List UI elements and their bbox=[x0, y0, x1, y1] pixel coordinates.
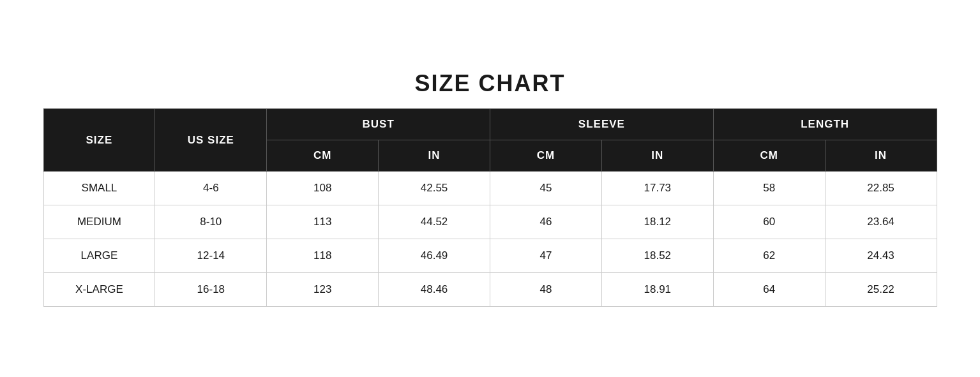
table-row: MEDIUM8-1011344.524618.126023.64 bbox=[43, 205, 937, 239]
size-chart-table: SIZE US SIZE BUST SLEEVE LENGTH CM IN CM… bbox=[43, 108, 937, 307]
cell-length-cm: 64 bbox=[713, 273, 825, 307]
cell-length-cm: 60 bbox=[713, 205, 825, 239]
cell-us-size: 12-14 bbox=[155, 239, 267, 273]
cell-size: LARGE bbox=[43, 239, 155, 273]
cell-sleeve-cm: 47 bbox=[490, 239, 602, 273]
cell-sleeve-in: 18.91 bbox=[601, 273, 713, 307]
cell-sleeve-cm: 46 bbox=[490, 205, 602, 239]
table-row: LARGE12-1411846.494718.526224.43 bbox=[43, 239, 937, 273]
cell-bust-cm: 123 bbox=[267, 273, 379, 307]
header-row-top: SIZE US SIZE BUST SLEEVE LENGTH bbox=[43, 109, 937, 140]
cell-length-cm: 62 bbox=[713, 239, 825, 273]
header-sleeve-cm: CM bbox=[490, 140, 602, 172]
cell-length-cm: 58 bbox=[713, 172, 825, 205]
cell-bust-cm: 108 bbox=[267, 172, 379, 205]
header-length-cm: CM bbox=[713, 140, 825, 172]
page-title: SIZE CHART bbox=[43, 70, 937, 97]
header-size: SIZE bbox=[43, 109, 155, 172]
cell-bust-cm: 113 bbox=[267, 205, 379, 239]
header-length: LENGTH bbox=[713, 109, 937, 140]
header-bust-cm: CM bbox=[267, 140, 379, 172]
cell-sleeve-in: 18.52 bbox=[601, 239, 713, 273]
cell-bust-in: 46.49 bbox=[379, 239, 490, 273]
header-us-size: US SIZE bbox=[155, 109, 267, 172]
header-bust: BUST bbox=[267, 109, 490, 140]
header-sleeve: SLEEVE bbox=[490, 109, 714, 140]
cell-bust-in: 48.46 bbox=[379, 273, 490, 307]
cell-sleeve-cm: 48 bbox=[490, 273, 602, 307]
cell-us-size: 16-18 bbox=[155, 273, 267, 307]
cell-length-in: 25.22 bbox=[825, 273, 937, 307]
table-row: X-LARGE16-1812348.464818.916425.22 bbox=[43, 273, 937, 307]
table-body: SMALL4-610842.554517.735822.85MEDIUM8-10… bbox=[43, 172, 937, 307]
header-length-in: IN bbox=[825, 140, 937, 172]
cell-size: MEDIUM bbox=[43, 205, 155, 239]
table-row: SMALL4-610842.554517.735822.85 bbox=[43, 172, 937, 205]
cell-length-in: 23.64 bbox=[825, 205, 937, 239]
cell-sleeve-cm: 45 bbox=[490, 172, 602, 205]
size-chart-container: SIZE CHART SIZE US SIZE BUST SLEEVE LENG… bbox=[43, 70, 937, 307]
cell-bust-in: 42.55 bbox=[379, 172, 490, 205]
cell-bust-in: 44.52 bbox=[379, 205, 490, 239]
cell-us-size: 4-6 bbox=[155, 172, 267, 205]
cell-length-in: 22.85 bbox=[825, 172, 937, 205]
cell-length-in: 24.43 bbox=[825, 239, 937, 273]
cell-sleeve-in: 17.73 bbox=[601, 172, 713, 205]
header-sleeve-in: IN bbox=[601, 140, 713, 172]
cell-bust-cm: 118 bbox=[267, 239, 379, 273]
cell-us-size: 8-10 bbox=[155, 205, 267, 239]
cell-sleeve-in: 18.12 bbox=[601, 205, 713, 239]
header-bust-in: IN bbox=[379, 140, 490, 172]
cell-size: X-LARGE bbox=[43, 273, 155, 307]
cell-size: SMALL bbox=[43, 172, 155, 205]
